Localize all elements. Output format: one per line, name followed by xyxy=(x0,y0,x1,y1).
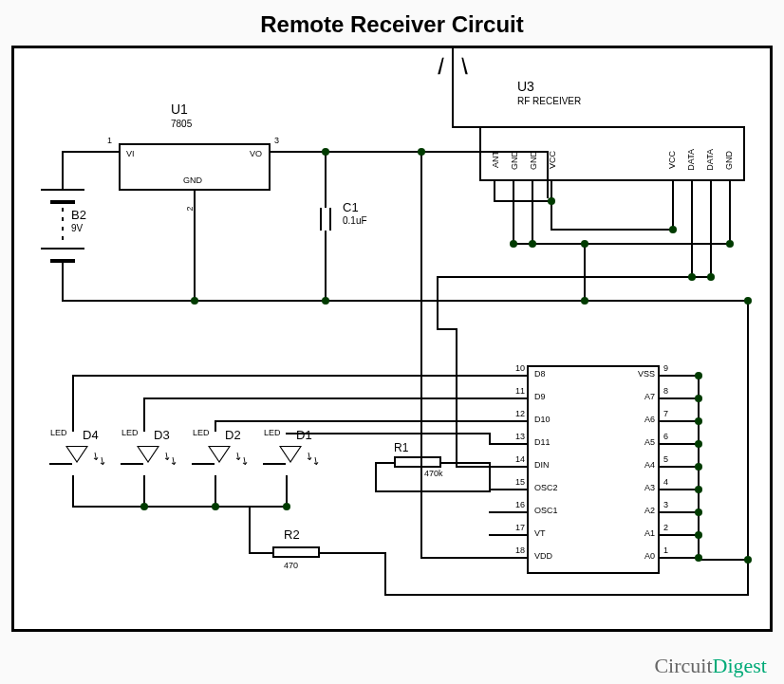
batt-plate-short1 xyxy=(50,200,75,204)
w-din-h2 xyxy=(456,466,489,468)
dec-stub-l18 xyxy=(489,557,527,559)
dec-stub-r5 xyxy=(660,466,698,468)
dec-stub-l17 xyxy=(489,534,527,536)
w-din-v xyxy=(456,328,457,466)
w-u1-gnd xyxy=(194,191,196,300)
u3-ref: U3 xyxy=(517,79,534,94)
w-gnd-main xyxy=(62,300,749,302)
page-title: Remote Receiver Circuit xyxy=(0,0,784,44)
r1-body xyxy=(394,456,441,468)
w-apin-to-rail xyxy=(698,559,749,561)
w-d4-to-d8 xyxy=(72,375,491,377)
j6 xyxy=(529,240,536,248)
dec-stub-l16 xyxy=(489,511,527,513)
w-u1-vo-out xyxy=(271,151,548,153)
d2-cathode xyxy=(192,463,215,465)
ant-to-box xyxy=(452,126,479,128)
w-d1-conn xyxy=(286,433,491,434)
batt-dash1 xyxy=(62,208,64,212)
j12 xyxy=(140,503,148,510)
d1-led-label: LED xyxy=(264,428,281,437)
batt-plate-long2 xyxy=(41,248,84,250)
w-u3-gnd1 xyxy=(513,181,514,243)
j4 xyxy=(581,297,588,305)
dec-stub-l13 xyxy=(489,443,527,445)
u3-p-ant: ANT xyxy=(491,151,500,168)
j26 xyxy=(581,240,588,248)
d1-ref: D1 xyxy=(296,428,312,442)
j25 xyxy=(548,197,555,205)
d3-cathode xyxy=(121,463,143,465)
u3-p-gnd2: GND xyxy=(529,151,538,170)
d3-arrow: ↘↘ xyxy=(159,449,180,469)
d2-arrow: ↘↘ xyxy=(231,449,252,469)
w-c1-bot xyxy=(325,231,327,300)
r2-value: 470 xyxy=(284,561,298,570)
j24 xyxy=(418,148,425,156)
u1-ref: U1 xyxy=(171,102,188,117)
j1 xyxy=(191,297,198,305)
dec-num-4: 4 xyxy=(663,477,668,487)
w-r2-to-rail xyxy=(384,594,749,596)
w-d1-to-d11 xyxy=(489,433,491,443)
u3-p-data2: DATA xyxy=(705,149,715,171)
d1-arrow: ↘↘ xyxy=(302,449,323,469)
dec-num-8: 8 xyxy=(663,386,668,396)
d3-ref: D3 xyxy=(154,428,170,442)
d2-ref: D2 xyxy=(225,428,241,442)
dec-stub-r4 xyxy=(660,489,698,490)
antenna-symbol xyxy=(438,58,468,74)
dec-num-11: 11 xyxy=(498,386,525,396)
c1-plate1 xyxy=(320,208,322,231)
dec-lbl-a4: A4 xyxy=(621,460,655,470)
w-u3-gnd-bus xyxy=(513,243,731,245)
dec-stub-r2 xyxy=(660,534,698,536)
w-data-down xyxy=(437,276,439,328)
w-u3-left-bus xyxy=(494,200,552,202)
dec-num-16: 16 xyxy=(498,500,525,509)
u3-p-vcc2: VCC xyxy=(667,151,677,169)
j10 xyxy=(726,240,734,248)
w-vdd-rail xyxy=(420,151,422,559)
dec-num-17: 17 xyxy=(498,523,525,532)
w-r2-in xyxy=(249,552,272,554)
j27 xyxy=(744,556,752,564)
j21 xyxy=(695,508,702,516)
u1-pin1: 1 xyxy=(107,136,112,145)
dec-lbl-osc1: OSC1 xyxy=(534,506,558,515)
d4-symbol xyxy=(65,446,88,463)
r1-ref: R1 xyxy=(394,441,408,454)
w-b2-u1vi xyxy=(62,151,119,153)
u3-p-gnd3: GND xyxy=(724,151,734,170)
r2-body xyxy=(272,546,320,558)
w-vdd-to-ic xyxy=(420,557,489,559)
u1-value: 7805 xyxy=(171,119,192,129)
dec-num-14: 14 xyxy=(498,454,525,464)
dec-stub-r9 xyxy=(660,375,698,377)
u1-gnd: GND xyxy=(183,176,202,185)
d3-led-label: LED xyxy=(121,428,139,437)
d3-symbol xyxy=(137,446,159,463)
j9 xyxy=(707,273,715,281)
w-d4-up xyxy=(72,375,74,432)
w-d2-to-d10 xyxy=(215,420,491,422)
w-u3-ant-pin xyxy=(494,181,495,200)
w-r2-down xyxy=(384,552,386,594)
r1-value: 470k xyxy=(424,469,443,478)
dec-lbl-a0: A0 xyxy=(621,551,655,561)
batt-plate-long1 xyxy=(41,189,84,191)
c1-value: 0.1uF xyxy=(343,215,367,226)
w-d3-up xyxy=(143,397,145,432)
w-u3-gnd3 xyxy=(729,181,731,243)
u1-pin2: 2 xyxy=(185,206,195,211)
dec-lbl-din: DIN xyxy=(534,460,550,470)
j19 xyxy=(695,463,702,471)
d1-symbol xyxy=(279,446,302,463)
w-led-to-r2 xyxy=(249,506,251,552)
dec-stub-l12 xyxy=(489,420,527,422)
j2 xyxy=(322,148,329,156)
j13 xyxy=(212,503,219,510)
dec-num-13: 13 xyxy=(498,432,525,441)
dec-stub-l11 xyxy=(489,397,527,399)
dec-lbl-a2: A2 xyxy=(621,506,655,515)
